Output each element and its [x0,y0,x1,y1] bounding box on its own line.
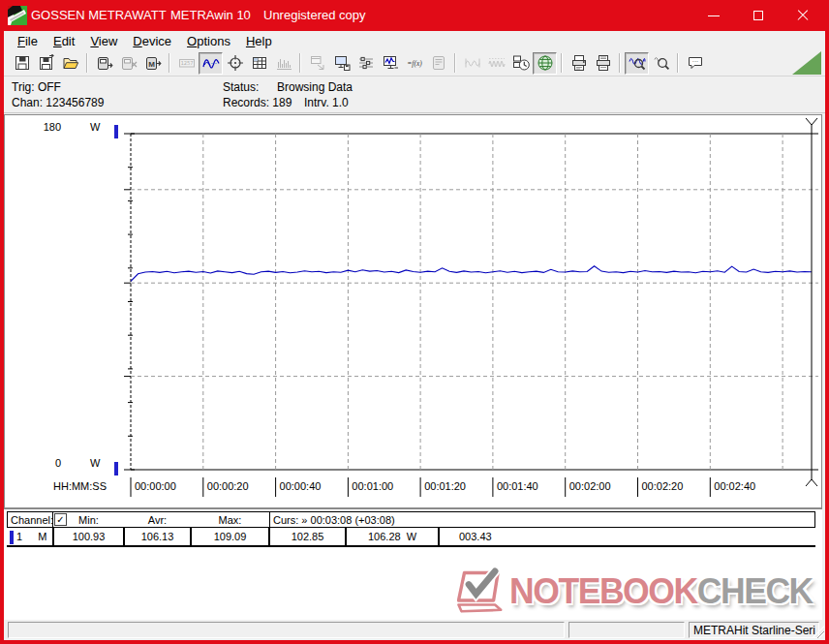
device-disconnect-icon [120,54,138,72]
toolbar-separator [561,53,563,73]
save-file-icon [14,54,31,72]
toolbar-button-device-config [426,52,450,75]
toolbar-separator [619,53,621,73]
copy-window-icon [309,54,326,72]
channel-number: 1 [16,531,22,542]
statusbar-pane-2 [568,622,685,638]
channel-visibility-checkbox[interactable]: ✓ [54,513,67,526]
chart-panel: 180 W 0 W HH:MM:SS 00:00:0000:00:2000:00… [4,114,822,508]
app-logo-icon [8,6,27,25]
title-license-status: Unregistered copy [263,8,366,22]
chart-plot[interactable] [5,115,821,507]
channel-settings-icon [357,54,375,72]
monitor-live-icon [382,54,399,72]
toolbar-button-copy-window [305,52,329,75]
statusbar-device-name: METRAHit Starline-Seri [689,622,819,638]
readout-table: Channel: ✓ Min: Avr: Max: Curs: » 00:03:… [4,508,822,620]
open-folder-icon [62,54,79,72]
toolbar-button-channel-settings[interactable] [353,52,378,75]
cursor-b-unit: W [407,531,416,542]
cell-max: 109.09 [190,528,268,545]
toolbar-button-open-folder[interactable] [58,52,82,75]
crosshair-cursor-icon [227,54,244,72]
device-read-icon [96,54,113,72]
title-bar[interactable]: GOSSEN METRAWATT METRAwin 10 Unregistere… [0,0,829,31]
toolbar-button-monitor-live[interactable] [378,52,402,75]
menu-item-help[interactable]: Help [238,32,280,50]
toolbar-separator [169,53,170,73]
lcd-display-icon: 1257 [178,54,196,72]
minimize-button[interactable] [691,0,736,31]
toolbar-button-device-disconnect [116,52,140,75]
print-preview-icon [570,54,588,72]
monitor-save-icon [333,54,351,72]
svg-text:M: M [148,60,155,69]
menu-item-options[interactable]: Options [179,32,238,50]
record-timer-icon [512,54,530,72]
save-export-icon [38,54,55,72]
svg-text:···: ··· [691,58,698,65]
formula-icon: =f(x) [406,54,423,72]
toolbar-button-device-read[interactable] [92,52,116,75]
records-count: Records: 189 [223,96,292,109]
channel-color-marker [10,531,14,544]
toolbar-separator [299,53,301,73]
app-window: GOSSEN METRAWATT METRAwin 10 Unregistere… [0,0,829,644]
cursor-b-value: 106.28 [368,531,401,542]
close-button[interactable] [781,0,825,31]
toolbar: M1257=f(x)··· [4,50,825,77]
menu-item-edit[interactable]: Edit [46,32,82,50]
menu-item-file[interactable]: File [10,32,46,50]
title-app-name: METRAwin 10 [170,8,251,22]
header-channel: Channel: [8,512,53,527]
header-max: Max: [191,512,269,527]
status-bar: METRAHit Starline-Seri [4,620,825,640]
toolbar-button-zoom-curve[interactable] [625,52,649,75]
trigger-status: Trig: OFF [12,80,61,94]
toolbar-button-formula[interactable]: =f(x) [402,52,426,75]
wave-multi-icon [488,54,506,72]
toolbar-button-crosshair-cursor[interactable] [223,52,247,75]
cell-min: 100.93 [52,528,123,545]
title-brand: GOSSEN METRAWATT [31,8,167,22]
table-row[interactable]: 1 M 100.93 106.13 109.09 102.85 106.28 W… [7,528,815,547]
toolbar-button-zoom-lens[interactable] [649,52,673,75]
menubar: FileEditViewDeviceOptionsHelp [4,31,825,50]
header-min: ✓ Min: [53,512,124,527]
toolbar-button-print-preview[interactable] [567,52,591,75]
zoom-curve-icon [629,54,646,72]
cell-delta: 003.43 [438,528,815,545]
toolbar-button-online-mode[interactable] [533,52,557,75]
print-icon [595,54,612,72]
header-cursor: Curs: » 00:03:08 (+03:08) [269,512,439,527]
menu-item-view[interactable]: View [82,32,125,50]
device-memory-icon: M [144,54,162,72]
menu-item-device[interactable]: Device [125,32,179,50]
device-config-icon [430,54,447,72]
toolbar-button-wave-multi [484,52,508,75]
curve-view-icon [202,54,220,72]
toolbar-button-print[interactable] [591,52,615,75]
status-value: Browsing Data [277,80,353,94]
toolbar-button-monitor-save[interactable] [329,52,353,75]
toolbar-separator [454,53,456,73]
maximize-button[interactable] [736,0,781,31]
histogram-view-icon [275,54,292,72]
toolbar-corner-triangle [792,51,821,75]
toolbar-button-curve-view[interactable] [199,52,223,75]
cell-avr: 106.13 [123,528,190,545]
header-spacer [439,512,814,527]
interval-value: Intrv. 1.0 [304,96,349,109]
toolbar-button-annotation[interactable]: ··· [683,52,707,75]
readout-table-header: Channel: ✓ Min: Avr: Max: Curs: » 00:03:… [7,511,815,528]
svg-text:=f(x): =f(x) [407,59,422,68]
toolbar-button-lcd-display: 1257 [174,52,199,75]
toolbar-separator [677,53,679,73]
toolbar-button-device-memory[interactable]: M [140,52,165,75]
toolbar-button-save-export[interactable] [34,52,58,75]
toolbar-button-save-file[interactable] [10,52,34,75]
toolbar-button-record-timer[interactable] [508,52,533,75]
toolbar-button-table-view[interactable] [247,52,271,75]
header-avr: Avr: [124,512,191,527]
device-status-strip: Trig: OFF Chan: 123456789 Status: Browsi… [4,77,825,113]
